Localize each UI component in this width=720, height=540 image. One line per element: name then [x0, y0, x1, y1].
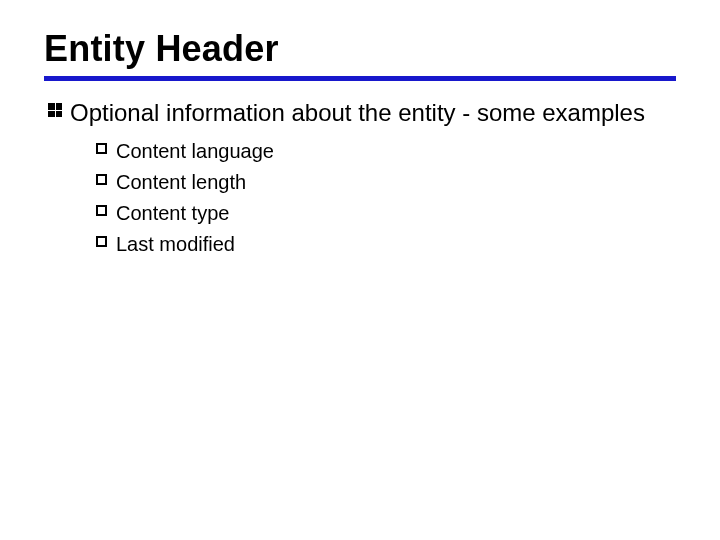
list-item: Content type: [96, 200, 676, 227]
list-item-label: Content length: [116, 169, 246, 196]
bullet-level1: Optional information about the entity - …: [48, 97, 676, 128]
list-item-label: Content type: [116, 200, 229, 227]
z-bullet-icon: [48, 97, 70, 117]
square-bullet-icon: [96, 169, 116, 185]
title-rule: [44, 76, 676, 81]
square-bullet-icon: [96, 200, 116, 216]
list-item: Content language: [96, 138, 676, 165]
list-item-label: Content language: [116, 138, 274, 165]
list-item-label: Last modified: [116, 231, 235, 258]
square-bullet-icon: [96, 138, 116, 154]
sub-bullet-list: Content language Content length Content …: [96, 138, 676, 258]
list-item: Content length: [96, 169, 676, 196]
square-bullet-icon: [96, 231, 116, 247]
list-item: Last modified: [96, 231, 676, 258]
bullet-level1-text: Optional information about the entity - …: [70, 97, 645, 128]
slide-title: Entity Header: [44, 28, 676, 70]
slide: Entity Header Optional information about…: [0, 0, 720, 290]
